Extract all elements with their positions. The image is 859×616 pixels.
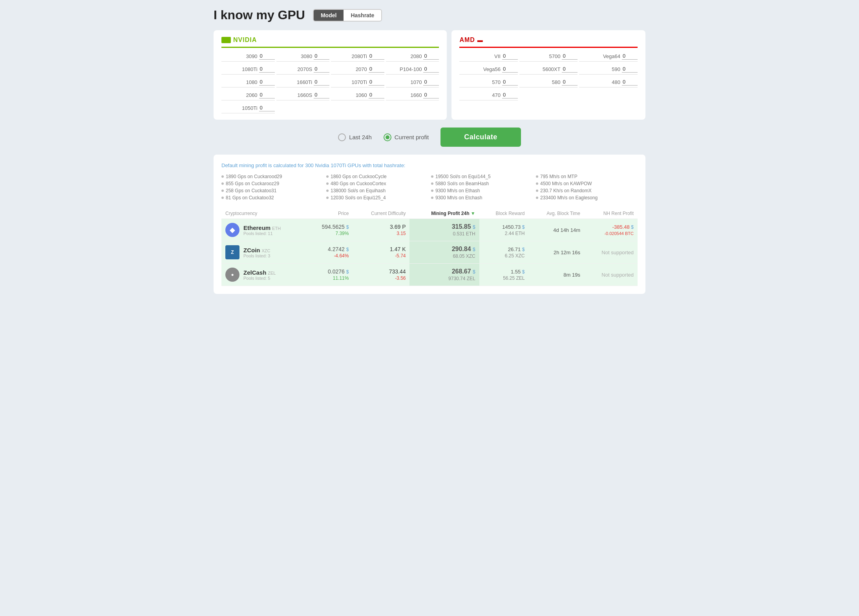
table-header-price: Price <box>306 208 353 219</box>
nvidia-brand: NVIDIA <box>221 36 439 48</box>
nvidia-label: NVIDIA <box>233 36 257 44</box>
profit-cell: 268.67 $ 9730.74 ZEL <box>409 264 479 286</box>
gpu-quantity-input[interactable] <box>369 78 384 86</box>
gpu-label: 2070S <box>298 66 313 72</box>
nvidia-icon <box>221 37 231 43</box>
price-cell: 0.0276 $ 11.11% <box>306 264 353 286</box>
gpu-quantity-input[interactable] <box>314 78 329 86</box>
amd-gpu-item: 5700 <box>519 53 578 62</box>
block-reward-sub: 2.44 ETH <box>505 231 525 236</box>
gpu-quantity-input[interactable] <box>502 91 518 98</box>
profit-cell: 315.85 $ 0.531 ETH <box>409 219 479 241</box>
nvidia-gpu-item: 3080 <box>276 53 330 62</box>
hashrate-text: 1890 Gps on Cuckarood29 <box>226 174 282 179</box>
block-time-value: 8m 19s <box>563 272 580 278</box>
difficulty-cell: 733.44 -3.56 <box>353 264 409 286</box>
gpu-quantity-input[interactable] <box>259 66 275 73</box>
hashrate-text: 4500 Mh/s on KAWPOW <box>540 181 592 186</box>
profit-cell: 290.84 $ 68.05 XZC <box>409 241 479 264</box>
gpu-quantity-input[interactable] <box>622 53 638 60</box>
amd-gpu-item: VII <box>459 53 518 62</box>
block-time-value: 2h 12m 16s <box>554 250 580 255</box>
gpu-label: 2070 <box>356 66 367 72</box>
hashrate-item: 258 Gps on Cuckatoo31 <box>221 188 323 193</box>
hashrate-item: 9300 Mh/s on Ethash <box>431 188 533 193</box>
gpu-quantity-input[interactable] <box>259 91 275 98</box>
current-profit-radio-label[interactable]: Current profit <box>384 133 429 141</box>
gpu-quantity-input[interactable] <box>259 53 275 60</box>
profit-sub: 68.05 XZC <box>453 253 475 259</box>
profit-sub: 9730.74 ZEL <box>448 276 475 281</box>
gpu-quantity-input[interactable] <box>314 53 329 60</box>
last24h-radio-label[interactable]: Last 24h <box>338 133 372 141</box>
gpu-quantity-input[interactable] <box>622 66 638 73</box>
gpu-quantity-input[interactable] <box>502 78 518 86</box>
table-header-difficulty: Current Difficulty <box>353 208 409 219</box>
gpu-quantity-input[interactable] <box>502 53 518 60</box>
hashrate-item: 5880 Sol/s on BeamHash <box>431 181 533 186</box>
calculate-button[interactable]: Calculate <box>440 128 521 147</box>
gpu-quantity-input[interactable] <box>562 78 578 86</box>
difficulty-value: 3.69 P <box>390 224 406 230</box>
gpu-label: 570 <box>492 79 501 85</box>
gpu-quantity-input[interactable] <box>423 53 439 60</box>
amd-gpu-item: 580 <box>519 78 578 87</box>
block-time-value: 4d 14h 14m <box>553 227 580 233</box>
hashrate-text: 81 Gps on Cuckatoo32 <box>226 195 274 200</box>
gpu-quantity-input[interactable] <box>259 78 275 86</box>
gpu-quantity-input[interactable] <box>622 78 638 86</box>
gpu-quantity-input[interactable] <box>369 91 384 98</box>
results-section: Default mining profit is calculated for … <box>214 155 645 294</box>
nh-not-supported: Not supported <box>601 272 634 278</box>
hashrate-text: 258 Gps on Cuckatoo31 <box>226 188 276 193</box>
gpu-label: 1660 <box>410 92 422 98</box>
gpu-quantity-input[interactable] <box>423 91 439 98</box>
nh-not-supported: Not supported <box>601 250 634 255</box>
mode-toggle: Model Hashrate <box>313 9 382 22</box>
gpu-quantity-input[interactable] <box>314 91 329 98</box>
coin-cell: Z ZCoin XZC Pools listed: 3 <box>221 241 306 264</box>
gpu-quantity-input[interactable] <box>562 66 578 73</box>
nvidia-gpu-item: P104-100 <box>386 66 439 75</box>
gpu-quantity-input[interactable] <box>369 53 384 60</box>
gpu-quantity-input[interactable] <box>423 78 439 86</box>
hashrate-dot <box>431 182 433 185</box>
gpu-label: 480 <box>612 79 620 85</box>
gpu-quantity-input[interactable] <box>502 66 518 73</box>
gpu-quantity-input[interactable] <box>259 104 275 111</box>
amd-gpu-item: 470 <box>459 91 518 100</box>
hashrate-item: 138000 Sol/s on Equihash <box>326 188 428 193</box>
hashrate-item: 1890 Gps on Cuckarood29 <box>221 174 323 179</box>
nvidia-gpu-item: 1660 <box>386 91 439 100</box>
profit-value: 315.85 $ <box>452 223 475 230</box>
nvidia-section: NVIDIA 3090 3080 2080Ti 2080 1080Ti <box>214 30 447 120</box>
sort-arrow-icon: ▼ <box>471 211 475 216</box>
gpu-quantity-input[interactable] <box>369 66 384 73</box>
hashrate-item: 480 Gps on CuckooCortex <box>326 181 428 186</box>
hashrate-dot <box>536 190 538 192</box>
gpu-label: 470 <box>492 92 501 98</box>
gpu-quantity-input[interactable] <box>423 66 439 73</box>
profit-value: 290.84 $ <box>452 246 475 252</box>
amd-brand: AMD ▬ <box>459 36 638 48</box>
hashrate-dot <box>431 190 433 192</box>
last24h-radio[interactable] <box>338 133 346 141</box>
gpu-quantity-input[interactable] <box>562 53 578 60</box>
difficulty-change: -5.74 <box>395 253 406 259</box>
nvidia-gpu-item: 1660Ti <box>276 78 330 87</box>
gpu-label: 5700 <box>549 53 561 59</box>
model-toggle-btn[interactable]: Model <box>314 10 344 21</box>
coin-ticker: ZEL <box>268 271 276 275</box>
nvidia-gpu-item: 1080Ti <box>221 66 275 75</box>
table-header-profit[interactable]: Mining Profit 24h ▼ <box>409 208 479 219</box>
nh-profit-cell: Not supported <box>584 264 638 286</box>
hashrate-dot <box>536 197 538 199</box>
hashrate-dot <box>431 197 433 199</box>
hashrate-toggle-btn[interactable]: Hashrate <box>344 10 381 21</box>
difficulty-value: 1.47 K <box>390 246 406 252</box>
table-header-block_reward: Block Reward <box>479 208 529 219</box>
current-profit-radio[interactable] <box>384 133 391 141</box>
gpu-quantity-input[interactable] <box>314 66 329 73</box>
amd-gpu-item: 5600XT <box>519 66 578 75</box>
gpu-label: 2080Ti <box>352 53 367 59</box>
